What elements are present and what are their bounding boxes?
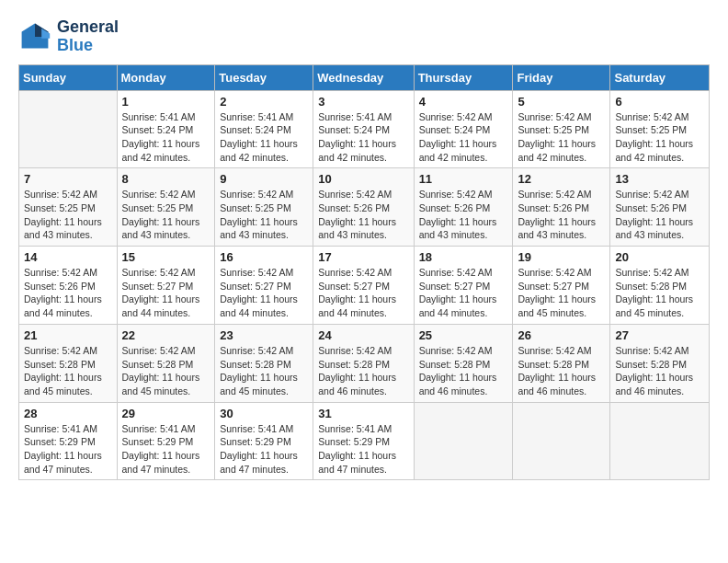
calendar-cell: 30Sunrise: 5:41 AMSunset: 5:29 PMDayligh… (215, 402, 313, 480)
calendar-cell: 13Sunrise: 5:42 AMSunset: 5:26 PMDayligh… (610, 168, 710, 247)
calendar-cell: 19Sunrise: 5:42 AMSunset: 5:27 PMDayligh… (513, 247, 610, 325)
column-header-sunday: Sunday (19, 64, 118, 90)
day-number: 30 (220, 407, 308, 420)
day-number: 23 (220, 328, 308, 342)
calendar-cell: 20Sunrise: 5:42 AMSunset: 5:28 PMDayligh… (610, 247, 710, 325)
day-info: Sunrise: 5:42 AMSunset: 5:28 PMDaylight:… (615, 266, 704, 320)
calendar-cell: 6Sunrise: 5:42 AMSunset: 5:25 PMDaylight… (610, 90, 710, 168)
day-number: 1 (122, 95, 210, 109)
calendar-cell: 25Sunrise: 5:42 AMSunset: 5:28 PMDayligh… (414, 324, 513, 402)
day-number: 16 (220, 250, 308, 264)
day-number: 21 (24, 328, 112, 342)
day-number: 17 (318, 250, 408, 264)
day-number: 2 (220, 95, 308, 109)
day-number: 10 (318, 172, 408, 186)
calendar-cell: 15Sunrise: 5:42 AMSunset: 5:27 PMDayligh… (117, 247, 215, 325)
day-number: 4 (419, 95, 508, 109)
day-info: Sunrise: 5:42 AMSunset: 5:28 PMDaylight:… (518, 344, 605, 398)
day-info: Sunrise: 5:42 AMSunset: 5:27 PMDaylight:… (122, 266, 210, 320)
day-number: 15 (122, 250, 210, 264)
day-number: 20 (615, 250, 704, 264)
week-row-1: 7Sunrise: 5:42 AMSunset: 5:25 PMDaylight… (19, 168, 710, 247)
day-number: 13 (615, 172, 704, 186)
day-number: 5 (518, 95, 605, 109)
day-number: 3 (318, 95, 408, 109)
day-number: 25 (419, 328, 508, 342)
day-info: Sunrise: 5:42 AMSunset: 5:25 PMDaylight:… (518, 110, 605, 165)
calendar-cell: 14Sunrise: 5:42 AMSunset: 5:26 PMDayligh… (19, 247, 118, 325)
calendar-cell: 22Sunrise: 5:42 AMSunset: 5:28 PMDayligh… (117, 324, 215, 402)
week-row-2: 14Sunrise: 5:42 AMSunset: 5:26 PMDayligh… (19, 247, 710, 325)
calendar-cell: 24Sunrise: 5:42 AMSunset: 5:28 PMDayligh… (313, 324, 414, 402)
day-number: 6 (615, 95, 704, 109)
day-info: Sunrise: 5:42 AMSunset: 5:25 PMDaylight:… (24, 188, 112, 242)
calendar-cell: 12Sunrise: 5:42 AMSunset: 5:26 PMDayligh… (513, 168, 610, 247)
day-number: 18 (419, 250, 508, 264)
calendar-cell: 16Sunrise: 5:42 AMSunset: 5:27 PMDayligh… (215, 247, 313, 325)
calendar-cell: 21Sunrise: 5:42 AMSunset: 5:28 PMDayligh… (19, 324, 118, 402)
day-info: Sunrise: 5:42 AMSunset: 5:28 PMDaylight:… (419, 344, 508, 398)
calendar-body: 1Sunrise: 5:41 AMSunset: 5:24 PMDaylight… (19, 90, 710, 480)
day-info: Sunrise: 5:42 AMSunset: 5:26 PMDaylight:… (518, 188, 605, 242)
calendar-cell: 7Sunrise: 5:42 AMSunset: 5:25 PMDaylight… (19, 168, 118, 247)
logo-icon (18, 20, 51, 53)
day-number: 22 (122, 328, 210, 342)
day-info: Sunrise: 5:41 AMSunset: 5:29 PMDaylight:… (24, 422, 112, 477)
calendar-cell: 26Sunrise: 5:42 AMSunset: 5:28 PMDayligh… (513, 324, 610, 402)
calendar-cell: 9Sunrise: 5:42 AMSunset: 5:25 PMDaylight… (215, 168, 313, 247)
day-number: 27 (615, 328, 704, 342)
day-info: Sunrise: 5:42 AMSunset: 5:25 PMDaylight:… (122, 188, 210, 242)
calendar-cell (513, 402, 610, 480)
day-info: Sunrise: 5:42 AMSunset: 5:26 PMDaylight:… (615, 188, 704, 242)
day-number: 26 (518, 328, 605, 342)
calendar-cell: 17Sunrise: 5:42 AMSunset: 5:27 PMDayligh… (313, 247, 414, 325)
calendar-cell: 11Sunrise: 5:42 AMSunset: 5:26 PMDayligh… (414, 168, 513, 247)
day-number: 14 (24, 250, 112, 264)
day-info: Sunrise: 5:42 AMSunset: 5:25 PMDaylight:… (615, 110, 704, 165)
calendar-cell: 3Sunrise: 5:41 AMSunset: 5:24 PMDaylight… (313, 90, 414, 168)
day-info: Sunrise: 5:41 AMSunset: 5:24 PMDaylight:… (122, 110, 210, 165)
day-number: 29 (122, 407, 210, 420)
day-number: 28 (24, 407, 112, 420)
column-header-saturday: Saturday (610, 64, 710, 90)
svg-marker-2 (41, 29, 50, 39)
day-info: Sunrise: 5:42 AMSunset: 5:27 PMDaylight:… (518, 266, 605, 320)
week-row-4: 28Sunrise: 5:41 AMSunset: 5:29 PMDayligh… (19, 402, 710, 480)
calendar-cell: 27Sunrise: 5:42 AMSunset: 5:28 PMDayligh… (610, 324, 710, 402)
calendar-cell: 2Sunrise: 5:41 AMSunset: 5:24 PMDaylight… (215, 90, 313, 168)
logo: General Blue (18, 18, 119, 55)
day-info: Sunrise: 5:42 AMSunset: 5:28 PMDaylight:… (615, 344, 704, 398)
calendar-cell: 31Sunrise: 5:41 AMSunset: 5:29 PMDayligh… (313, 402, 414, 480)
day-info: Sunrise: 5:42 AMSunset: 5:25 PMDaylight:… (220, 188, 308, 242)
calendar-cell (19, 90, 118, 168)
day-info: Sunrise: 5:41 AMSunset: 5:29 PMDaylight:… (122, 422, 210, 477)
calendar-cell: 8Sunrise: 5:42 AMSunset: 5:25 PMDaylight… (117, 168, 215, 247)
day-info: Sunrise: 5:41 AMSunset: 5:29 PMDaylight:… (220, 422, 308, 477)
calendar-cell: 4Sunrise: 5:42 AMSunset: 5:24 PMDaylight… (414, 90, 513, 168)
day-info: Sunrise: 5:41 AMSunset: 5:24 PMDaylight:… (318, 110, 408, 165)
day-info: Sunrise: 5:41 AMSunset: 5:29 PMDaylight:… (318, 422, 408, 477)
calendar-cell (610, 402, 710, 480)
day-info: Sunrise: 5:42 AMSunset: 5:28 PMDaylight:… (318, 344, 408, 398)
calendar-table: SundayMondayTuesdayWednesdayThursdayFrid… (18, 64, 710, 481)
calendar-cell: 5Sunrise: 5:42 AMSunset: 5:25 PMDaylight… (513, 90, 610, 168)
day-info: Sunrise: 5:42 AMSunset: 5:27 PMDaylight:… (318, 266, 408, 320)
day-number: 31 (318, 407, 408, 420)
day-info: Sunrise: 5:42 AMSunset: 5:28 PMDaylight:… (122, 344, 210, 398)
page-header: General Blue (18, 18, 710, 55)
day-info: Sunrise: 5:42 AMSunset: 5:28 PMDaylight:… (24, 344, 112, 398)
calendar-cell: 1Sunrise: 5:41 AMSunset: 5:24 PMDaylight… (117, 90, 215, 168)
day-info: Sunrise: 5:42 AMSunset: 5:27 PMDaylight:… (220, 266, 308, 320)
calendar-header-row: SundayMondayTuesdayWednesdayThursdayFrid… (19, 64, 710, 90)
column-header-wednesday: Wednesday (313, 64, 414, 90)
day-info: Sunrise: 5:42 AMSunset: 5:27 PMDaylight:… (419, 266, 508, 320)
calendar-cell: 28Sunrise: 5:41 AMSunset: 5:29 PMDayligh… (19, 402, 118, 480)
calendar-cell: 18Sunrise: 5:42 AMSunset: 5:27 PMDayligh… (414, 247, 513, 325)
day-info: Sunrise: 5:42 AMSunset: 5:26 PMDaylight:… (318, 188, 408, 242)
column-header-friday: Friday (513, 64, 610, 90)
calendar-cell (414, 402, 513, 480)
column-header-tuesday: Tuesday (215, 64, 313, 90)
day-number: 19 (518, 250, 605, 264)
day-info: Sunrise: 5:42 AMSunset: 5:28 PMDaylight:… (220, 344, 308, 398)
day-info: Sunrise: 5:42 AMSunset: 5:26 PMDaylight:… (24, 266, 112, 320)
